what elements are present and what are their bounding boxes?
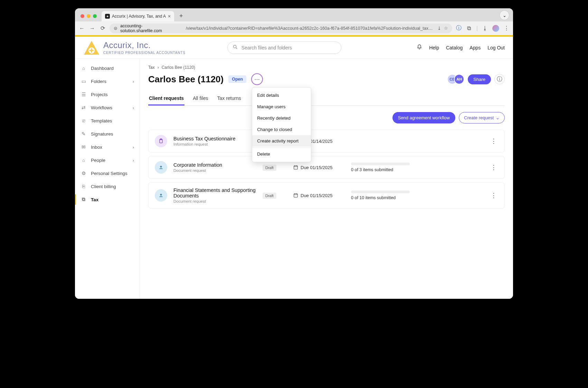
sidebar-item-workflows[interactable]: ⇄ Workflows › xyxy=(75,101,140,114)
calendar-icon xyxy=(293,193,298,198)
sidebar: ⌂ Dashboard ▭ Folders ›☰ Projects ⇄ Work… xyxy=(75,59,140,299)
extensions-icon[interactable]: ⧉ xyxy=(466,25,472,31)
request-card[interactable]: Business Tax Questionnaire Information r… xyxy=(148,130,505,153)
due-date: Due 01/15/2025 xyxy=(293,165,345,170)
back-button[interactable]: ← xyxy=(78,25,85,32)
favicon-icon: ✦ xyxy=(105,14,110,19)
sidebar-item-signatures[interactable]: ✎ Signatures xyxy=(75,127,140,140)
close-window-icon[interactable] xyxy=(80,14,84,18)
page-title: Carlos Bee (1120) xyxy=(148,74,224,85)
menu-item-change-to-closed[interactable]: Change to closed xyxy=(252,124,311,135)
chevron-right-icon: › xyxy=(133,145,134,150)
address-bar[interactable]: ⊜ accounting-solution.sharefile.com /vie… xyxy=(110,24,452,33)
tab-tax-returns[interactable]: Tax returns xyxy=(217,92,242,105)
sidebar-item-personal-settings[interactable]: ⚙ Personal Settings xyxy=(75,167,140,180)
menu-item-recently-deleted[interactable]: Recently deleted xyxy=(252,112,311,124)
reload-button[interactable]: ⟳ xyxy=(99,25,106,32)
new-tab-button[interactable]: + xyxy=(176,11,186,21)
forward-button[interactable]: → xyxy=(89,25,96,32)
sidebar-item-templates[interactable]: ⎚ Templates xyxy=(75,114,140,127)
menu-item-edit-details[interactable]: Edit details xyxy=(252,90,311,101)
svg-point-1 xyxy=(233,45,236,48)
request-actions-button[interactable]: ⋮ xyxy=(489,190,498,201)
sidebar-item-folders[interactable]: ▭ Folders › xyxy=(75,75,140,88)
chevron-right-icon: › xyxy=(133,105,134,110)
svg-rect-5 xyxy=(294,166,298,169)
request-card[interactable]: Corporate Information Document request D… xyxy=(148,156,505,179)
brand[interactable]: Accurix, Inc. CERTIFIED PROFESSIONAL ACC… xyxy=(83,40,186,55)
request-actions-button[interactable]: ⋮ xyxy=(489,136,498,146)
apps-link[interactable]: Apps xyxy=(470,45,481,50)
app-header: Accurix, Inc. CERTIFIED PROFESSIONAL ACC… xyxy=(75,37,513,59)
sidebar-icon: ⌂ xyxy=(80,157,87,163)
chevron-right-icon: › xyxy=(133,158,134,163)
calendar-icon xyxy=(293,165,298,170)
tab-all-files[interactable]: All files xyxy=(192,92,209,105)
progress-bar xyxy=(351,163,410,165)
send-agreement-button[interactable]: Send agreement workflow xyxy=(392,112,455,123)
close-tab-icon[interactable]: × xyxy=(168,13,171,19)
sidebar-item-client-billing[interactable]: ⎘ Client billing xyxy=(75,180,140,193)
request-card[interactable]: Financial Statements and Supporting Docu… xyxy=(148,182,505,209)
info-button[interactable]: ⓘ xyxy=(494,74,505,84)
logout-link[interactable]: Log Out xyxy=(487,45,505,50)
sidebar-item-label: Client billing xyxy=(91,184,116,189)
menu-item-manage-users[interactable]: Manage users xyxy=(252,101,311,112)
progress-bar xyxy=(351,191,410,193)
sidebar-item-tax[interactable]: ⧉ Tax xyxy=(75,193,140,206)
sidebar-icon: ⌂ xyxy=(80,65,87,71)
sidebar-item-label: Tax xyxy=(91,197,98,202)
browser-tab[interactable]: ✦ Accurix | Advisory, Tax, and A × xyxy=(102,11,174,21)
browser-toolbar: ← → ⟳ ⊜ accounting-solution.sharefile.co… xyxy=(75,21,513,35)
due-date-text: Due 01/15/2025 xyxy=(301,165,333,170)
info-extension-icon[interactable]: ⓘ xyxy=(456,25,462,31)
sidebar-item-inbox[interactable]: ✉ Inbox › xyxy=(75,140,140,154)
status-badge: Draft xyxy=(263,165,276,171)
profile-avatar-icon[interactable] xyxy=(492,25,499,32)
sidebar-item-projects[interactable]: ☰ Projects xyxy=(75,88,140,101)
bookmark-icon[interactable]: ☆ xyxy=(444,26,448,31)
menu-item-delete[interactable]: Delete xyxy=(252,148,311,160)
collaborator-avatars[interactable]: CB AH xyxy=(447,74,464,84)
browser-menu-icon[interactable]: ⋮ xyxy=(503,25,510,31)
tab-dropdown-button[interactable]: ⌄ xyxy=(500,11,509,20)
url-host: accounting-solution.sharefile.com xyxy=(120,24,183,33)
minimize-window-icon[interactable] xyxy=(87,14,91,18)
create-request-button[interactable]: Create request ⌄ xyxy=(459,112,505,123)
request-list: Business Tax Questionnaire Information r… xyxy=(148,130,505,209)
page-actions-button[interactable]: ⋯ Edit detailsManage usersRecently delet… xyxy=(251,73,263,85)
sidebar-item-people[interactable]: ⌂ People › xyxy=(75,154,140,167)
help-link[interactable]: Help xyxy=(429,45,439,50)
sidebar-item-label: Projects xyxy=(91,92,108,97)
downloads-icon[interactable]: ⭳ xyxy=(482,25,488,31)
request-actions-button[interactable]: ⋮ xyxy=(489,162,498,173)
brand-name: Accurix, Inc. xyxy=(103,40,186,50)
share-button[interactable]: Share xyxy=(468,74,491,84)
site-info-icon[interactable]: ⊜ xyxy=(114,26,117,31)
upload-icon xyxy=(155,161,167,174)
window-controls xyxy=(78,14,99,21)
breadcrumb-root[interactable]: Tax xyxy=(148,65,155,70)
catalog-link[interactable]: Catalog xyxy=(446,45,463,50)
sidebar-item-label: Folders xyxy=(91,79,106,84)
sidebar-item-label: Templates xyxy=(91,118,112,123)
request-title: Corporate Information xyxy=(173,162,256,168)
tab-title: Accurix | Advisory, Tax, and A xyxy=(112,14,166,19)
due-date: Due 01/15/2025 xyxy=(293,193,345,198)
request-subtitle: Information request xyxy=(173,142,256,146)
sidebar-icon: ⎘ xyxy=(80,183,87,190)
sidebar-item-label: People xyxy=(91,158,105,163)
sidebar-item-dashboard[interactable]: ⌂ Dashboard xyxy=(75,62,140,75)
request-title: Financial Statements and Supporting Docu… xyxy=(173,187,256,198)
search-placeholder: Search files and folders xyxy=(241,45,292,50)
breadcrumb-current: Carlos Bee (1120) xyxy=(162,65,195,70)
tab-client-requests[interactable]: Client requests xyxy=(148,92,184,105)
notifications-button[interactable] xyxy=(417,44,422,51)
upload-icon xyxy=(155,189,167,202)
maximize-window-icon[interactable] xyxy=(93,14,97,18)
search-input[interactable]: Search files and folders xyxy=(227,41,341,54)
menu-item-create-activity-report[interactable]: Create activity report xyxy=(252,135,311,147)
install-app-icon[interactable]: ⤓ xyxy=(437,26,441,31)
breadcrumb: Tax › Carlos Bee (1120) xyxy=(148,65,505,70)
browser-tabstrip: ✦ Accurix | Advisory, Tax, and A × + ⌄ xyxy=(75,8,513,21)
